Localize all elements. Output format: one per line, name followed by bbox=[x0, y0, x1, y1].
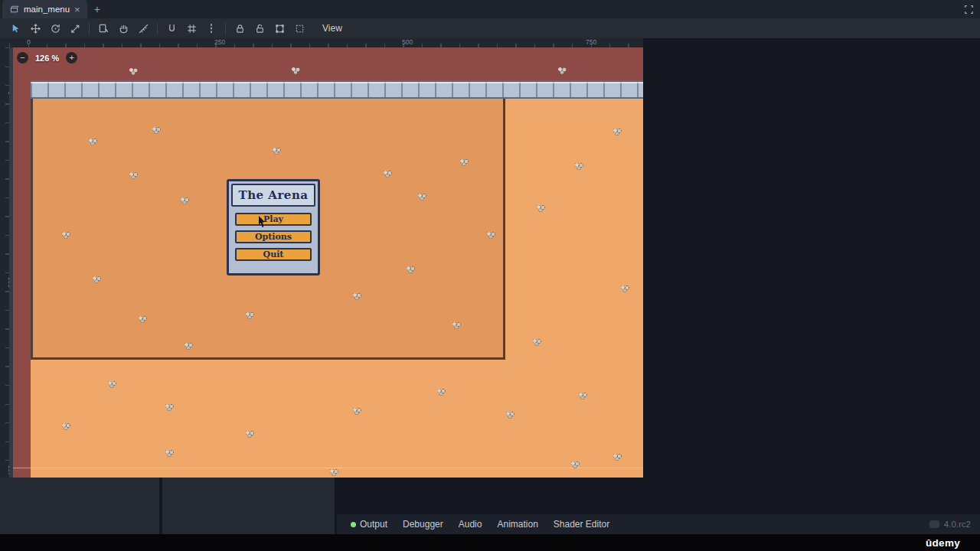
view-menu-button[interactable]: View bbox=[322, 23, 342, 34]
lock-icon bbox=[234, 23, 246, 34]
close-tab-icon[interactable]: × bbox=[74, 5, 80, 15]
horizontal-ruler[interactable]: 0250500750 bbox=[9, 38, 643, 47]
unlock-icon bbox=[254, 23, 266, 34]
scene-left-wall bbox=[13, 80, 31, 478]
output-status-dot bbox=[351, 522, 356, 527]
zoom-controls: − 126 % + bbox=[17, 52, 77, 64]
bottom-panel-audio[interactable]: Audio bbox=[451, 514, 490, 534]
snap-options-menu[interactable] bbox=[202, 20, 220, 37]
godot-logo-icon bbox=[929, 520, 939, 528]
rotate-tool[interactable] bbox=[46, 20, 64, 37]
canvas-area[interactable]: The Arena PlayOptionsQuit − 126 % + bbox=[9, 47, 643, 478]
game-button-quit[interactable]: Quit bbox=[235, 248, 312, 261]
bottom-panel-buttons: OutputDebuggerAudioAnimationShader Edito… bbox=[343, 514, 617, 534]
bottom-panel-animation[interactable]: Animation bbox=[489, 514, 545, 534]
scene-icon bbox=[9, 5, 19, 14]
scene-background-top bbox=[13, 47, 643, 80]
game-button-options[interactable]: Options bbox=[235, 230, 312, 243]
ungroup-selected-button[interactable] bbox=[290, 20, 309, 37]
game-button-play[interactable]: Play bbox=[235, 213, 312, 226]
distraction-free-icon[interactable] bbox=[964, 5, 974, 15]
ruler-tool-icon bbox=[138, 23, 149, 34]
select-tool[interactable] bbox=[6, 20, 24, 37]
zoom-in-button[interactable]: + bbox=[66, 52, 77, 64]
list-select-tool[interactable] bbox=[94, 20, 113, 37]
toolbar-separator bbox=[89, 23, 90, 34]
move-tool[interactable] bbox=[26, 20, 44, 37]
ruler-tool[interactable] bbox=[134, 20, 152, 37]
toolbar-separator bbox=[157, 23, 158, 34]
ruler-h-label: 250 bbox=[214, 38, 225, 46]
grid-snap-toggle[interactable] bbox=[182, 20, 201, 37]
grid-icon bbox=[186, 23, 198, 34]
vertical-ruler[interactable]: 0200400 bbox=[0, 47, 9, 478]
game-menu-buttons: PlayOptionsQuit bbox=[229, 213, 318, 261]
rotate-tool-icon bbox=[50, 23, 61, 34]
lock-selected-button[interactable] bbox=[230, 20, 249, 37]
brick-wall-strip bbox=[31, 80, 643, 99]
zoom-level[interactable]: 126 % bbox=[35, 54, 59, 63]
ungroup-icon bbox=[294, 23, 305, 34]
bottom-panel-shader-editor[interactable]: Shader Editor bbox=[546, 514, 617, 534]
video-watermark-bar: ûdemy bbox=[0, 534, 980, 551]
ruler-h-label: 750 bbox=[586, 38, 596, 46]
toolbar-separator bbox=[225, 23, 226, 34]
godot-editor-window: SceneProjectDebugEditorHelp 2D Script Fo… bbox=[0, 0, 980, 551]
list-select-tool-icon bbox=[98, 23, 109, 34]
pan-tool-icon bbox=[118, 23, 129, 34]
unlock-selected-button[interactable] bbox=[250, 20, 269, 37]
bottom-panel-label: Output bbox=[360, 519, 387, 530]
smart-snap-toggle[interactable] bbox=[162, 20, 181, 37]
select-tool-icon bbox=[10, 23, 21, 34]
main-viewport: main_menu × + View bbox=[0, 0, 643, 478]
expand-icon bbox=[964, 5, 974, 15]
scene-tabstrip: main_menu × + bbox=[0, 0, 980, 18]
version-label: 4.0.rc2 bbox=[944, 520, 971, 529]
game-scene-preview bbox=[13, 47, 643, 478]
bottom-panel-output[interactable]: Output bbox=[343, 514, 395, 534]
ruler-h-label: 500 bbox=[402, 38, 413, 46]
vdots-icon bbox=[211, 24, 213, 33]
pan-tool[interactable] bbox=[114, 20, 132, 37]
bottom-panel-label: Animation bbox=[497, 519, 537, 530]
bottom-panel-label: Audio bbox=[459, 519, 482, 530]
ruler-corner bbox=[0, 38, 9, 47]
scene-tab-label: main_menu bbox=[24, 5, 70, 14]
version-info: 4.0.rc2 bbox=[929, 520, 980, 529]
scene-tab-main-menu[interactable]: main_menu × bbox=[2, 0, 87, 18]
group-icon bbox=[274, 23, 286, 34]
move-tool-icon bbox=[30, 23, 41, 34]
game-title: The Arena bbox=[231, 184, 315, 207]
canvas-toolbar: View bbox=[0, 18, 980, 38]
game-menu-panel: The Arena PlayOptionsQuit bbox=[227, 179, 320, 276]
scale-tool-icon bbox=[70, 23, 81, 34]
bottom-panel-label: Shader Editor bbox=[554, 519, 609, 530]
zoom-out-button[interactable]: − bbox=[17, 52, 28, 64]
bottom-panel-bar: OutputDebuggerAudioAnimationShader Edito… bbox=[337, 514, 980, 534]
viewport-boundary-line bbox=[13, 468, 643, 468]
magnet-icon bbox=[166, 23, 178, 34]
bottom-panel-debugger[interactable]: Debugger bbox=[395, 514, 451, 534]
scale-tool[interactable] bbox=[66, 20, 84, 37]
udemy-logo: ûdemy bbox=[926, 537, 960, 549]
group-selected-button[interactable] bbox=[270, 20, 289, 37]
bottom-panel-label: Debugger bbox=[403, 519, 443, 530]
ruler-h-label: 0 bbox=[27, 38, 31, 46]
new-scene-tab-button[interactable]: + bbox=[87, 3, 107, 15]
